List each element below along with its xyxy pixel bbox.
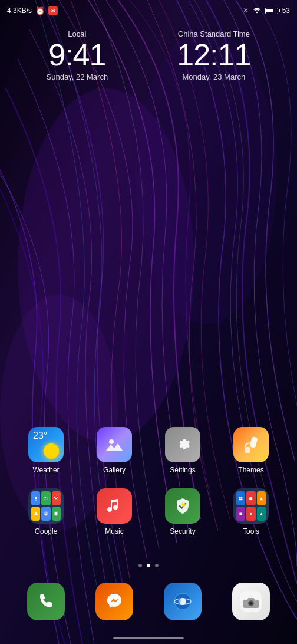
svg-point-22 [249, 497, 253, 500]
google-docs-mini [41, 507, 50, 521]
dock-messenger[interactable] [95, 583, 133, 620]
svg-rect-9 [45, 497, 46, 498]
svg-rect-12 [47, 499, 48, 500]
weather-label: Weather [32, 466, 59, 474]
china-clock: China Standard Time 12:11 Monday, 23 Mar… [177, 29, 250, 81]
app-tools-folder[interactable]: Tools [227, 488, 275, 535]
page-dot-1[interactable] [138, 564, 142, 567]
security-icon [165, 488, 200, 524]
svg-rect-11 [45, 499, 46, 500]
app-grid: 23° Weather Gallery [0, 427, 297, 550]
svg-point-4 [256, 11, 258, 13]
google-drive-mini [31, 507, 40, 521]
tools-app-2 [246, 491, 255, 505]
local-clock-time: 9:41 [47, 40, 108, 70]
google-sheets-mini [52, 507, 61, 521]
svg-rect-10 [47, 497, 48, 498]
svg-rect-6 [249, 436, 258, 448]
browser-icon [164, 583, 202, 620]
weather-temp-display: 23° [33, 431, 47, 441]
tools-label: Tools [243, 527, 259, 535]
battery-indicator: 53 [265, 6, 290, 15]
svg-rect-24 [240, 512, 242, 515]
svg-point-8 [35, 497, 37, 499]
tools-app-5 [246, 507, 255, 521]
svg-rect-18 [239, 497, 241, 498]
tools-folder-icon [233, 488, 269, 524]
app-google-folder[interactable]: Google [22, 488, 70, 535]
home-indicator[interactable] [113, 637, 184, 639]
svg-rect-20 [239, 498, 240, 500]
svg-point-33 [250, 603, 252, 604]
app-row-1: 23° Weather Gallery [12, 427, 285, 474]
svg-marker-23 [260, 497, 263, 500]
security-label: Security [170, 527, 195, 535]
china-clock-label: China Standard Time [177, 29, 250, 38]
gallery-label: Gallery [103, 466, 126, 474]
svg-point-5 [109, 439, 114, 444]
page-indicators [0, 564, 297, 567]
tools-app-3 [257, 491, 266, 505]
battery-percent: 53 [282, 6, 290, 15]
dock-camera[interactable] [232, 583, 270, 620]
svg-rect-7 [245, 447, 250, 453]
svg-point-25 [250, 512, 252, 515]
svg-rect-21 [240, 498, 242, 500]
wifi-icon [252, 6, 262, 15]
music-icon [97, 488, 132, 524]
google-label: Google [35, 527, 58, 535]
app-row-2: Google Music [12, 488, 285, 535]
app-music[interactable]: Music [91, 488, 138, 535]
app-weather[interactable]: 23° Weather [22, 427, 70, 474]
tools-app-1 [236, 491, 245, 505]
china-clock-date: Monday, 23 March [177, 73, 250, 81]
dock-browser[interactable] [164, 583, 202, 620]
google-folder-icon [28, 488, 64, 524]
google-app-mini-2 [41, 491, 50, 505]
dock-phone[interactable] [27, 583, 65, 620]
svg-point-34 [255, 600, 256, 601]
battery-x-icon: ✕ [243, 6, 249, 15]
dock [0, 583, 297, 620]
gmail-mini [52, 491, 61, 505]
page-dot-2[interactable] [147, 564, 150, 567]
notification-icon: ✉ [48, 6, 58, 15]
network-speed: 4.3KB/s [7, 6, 32, 15]
local-clock: Local 9:41 Sunday, 22 March [47, 29, 108, 81]
local-clock-date: Sunday, 22 March [47, 73, 108, 81]
themes-icon [233, 427, 269, 462]
svg-rect-17 [55, 512, 58, 515]
settings-label: Settings [170, 466, 195, 474]
themes-label: Themes [238, 466, 263, 474]
china-clock-time: 12:11 [177, 40, 250, 70]
status-bar: 4.3KB/s ⏰ ✉ ✕ 53 [0, 0, 297, 21]
status-left: 4.3KB/s ⏰ ✉ [7, 6, 58, 15]
music-label: Music [105, 527, 123, 535]
app-security[interactable]: Security [159, 488, 206, 535]
svg-rect-19 [241, 497, 242, 498]
tools-app-6 [257, 507, 266, 521]
app-settings[interactable]: Settings [159, 427, 206, 474]
app-themes[interactable]: Themes [227, 427, 275, 474]
gallery-icon [97, 427, 132, 462]
svg-marker-13 [34, 512, 37, 515]
settings-icon [165, 427, 200, 462]
alarm-icon: ⏰ [35, 6, 45, 15]
camera-icon [232, 583, 270, 620]
app-gallery[interactable]: Gallery [91, 427, 138, 474]
status-right: ✕ 53 [243, 6, 290, 15]
screen: 4.3KB/s ⏰ ✉ ✕ 53 Local 9 [0, 0, 297, 644]
phone-icon [27, 583, 65, 620]
weather-icon: 23° [28, 427, 64, 462]
page-dot-3[interactable] [155, 564, 159, 567]
dual-clock: Local 9:41 Sunday, 22 March China Standa… [0, 29, 297, 81]
weather-sun-graphic [44, 443, 59, 459]
tools-app-4 [236, 507, 245, 521]
google-maps-mini [31, 491, 40, 505]
local-clock-label: Local [47, 29, 108, 38]
messenger-icon [95, 583, 133, 620]
